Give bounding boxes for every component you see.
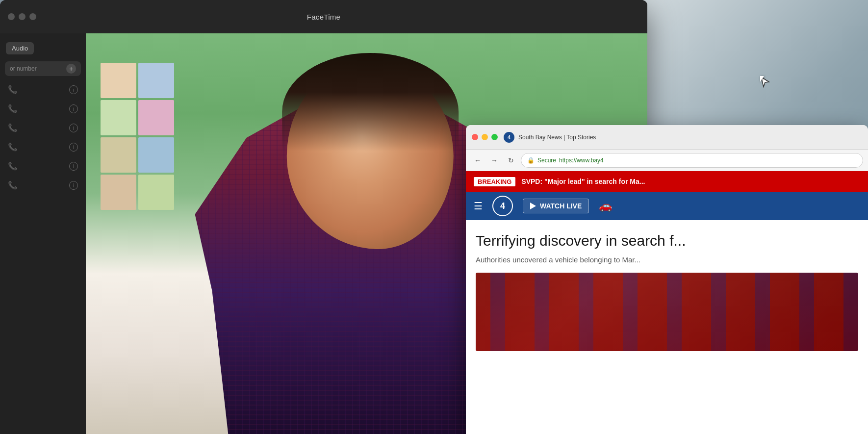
info-icon[interactable]: i — [69, 181, 78, 190]
secure-label: Secure — [537, 157, 556, 164]
browser-close-button[interactable] — [472, 134, 478, 140]
breaking-news-banner: BREAKING SVPD: "Major lead" in search fo… — [466, 171, 868, 192]
browser-window: 4 South Bay News | Top Stories ← → ↻ 🔒 S… — [466, 125, 868, 434]
close-button[interactable] — [8, 13, 15, 20]
list-item[interactable]: 📞 i — [0, 118, 86, 137]
phone-icon: 📞 — [8, 123, 18, 132]
browser-tab-title: South Bay News | Top Stories — [518, 134, 596, 141]
list-item[interactable]: 📞 i — [0, 156, 86, 176]
watch-live-button[interactable]: WATCH LIVE — [523, 199, 589, 213]
phone-icon: 📞 — [8, 180, 18, 190]
audio-button[interactable]: Audio — [6, 42, 34, 54]
wall-photos — [101, 63, 174, 210]
article-area: Terrifying discovery in search f... Auth… — [466, 220, 868, 359]
list-item[interactable]: 📞 i — [0, 137, 86, 156]
traffic-lights — [8, 13, 36, 20]
breaking-news-text: SVPD: "Major lead" in search for Ma... — [521, 178, 645, 185]
list-item[interactable]: 📞 i — [0, 176, 86, 195]
phone-icon: 📞 — [8, 161, 18, 171]
info-icon[interactable]: i — [69, 124, 78, 132]
url-text: https://www.bay4 — [559, 157, 604, 164]
url-bar[interactable]: 🔒 Secure https://www.bay4 — [521, 153, 863, 168]
forward-button[interactable]: → — [487, 153, 501, 167]
browser-maximize-button[interactable] — [491, 134, 498, 140]
info-icon[interactable]: i — [69, 162, 78, 171]
search-placeholder: or number — [10, 65, 37, 72]
play-icon — [530, 203, 536, 209]
breaking-label: BREAKING — [474, 177, 515, 186]
facetime-sidebar: Audio or number + 📞 i 📞 i 📞 i 📞 i — [0, 33, 86, 434]
browser-traffic-lights — [472, 134, 498, 140]
phone-icon: 📞 — [8, 85, 18, 94]
add-contact-button[interactable]: + — [66, 64, 76, 74]
browser-minimize-button[interactable] — [482, 134, 488, 140]
phone-icon: 📞 — [8, 142, 18, 152]
browser-titlebar: 4 South Bay News | Top Stories — [466, 125, 868, 150]
phone-icon: 📞 — [8, 104, 18, 113]
facetime-title: FaceTime — [307, 13, 341, 21]
lock-icon: 🔒 — [527, 157, 535, 164]
site-logo: 4 — [492, 196, 513, 216]
info-icon[interactable]: i — [69, 104, 78, 113]
facetime-titlebar: FaceTime — [0, 0, 647, 33]
search-field[interactable]: or number + — [5, 61, 81, 76]
refresh-button[interactable]: ↻ — [504, 153, 518, 167]
article-headline[interactable]: Terrifying discovery in search f... — [476, 232, 858, 250]
browser-navbar: ← → ↻ 🔒 Secure https://www.bay4 — [466, 150, 868, 171]
minimize-button[interactable] — [19, 13, 26, 20]
traffic-icon[interactable]: 🚗 — [599, 200, 612, 212]
article-image — [476, 273, 858, 351]
back-button[interactable]: ← — [471, 153, 485, 167]
list-item[interactable]: 📞 i — [0, 99, 86, 118]
info-icon[interactable]: i — [69, 143, 78, 152]
hamburger-menu-icon[interactable]: ☰ — [474, 200, 483, 212]
contact-list: 📞 i 📞 i 📞 i 📞 i 📞 i 📞 i — [0, 80, 86, 195]
site-navbar: ☰ 4 WATCH LIVE 🚗 — [466, 192, 868, 220]
info-icon[interactable]: i — [69, 85, 78, 94]
list-item[interactable]: 📞 i — [0, 80, 86, 99]
browser-favicon: 4 — [504, 132, 514, 143]
article-subtitle: Authorities uncovered a vehicle belongin… — [476, 255, 858, 265]
maximize-button[interactable] — [29, 13, 36, 20]
